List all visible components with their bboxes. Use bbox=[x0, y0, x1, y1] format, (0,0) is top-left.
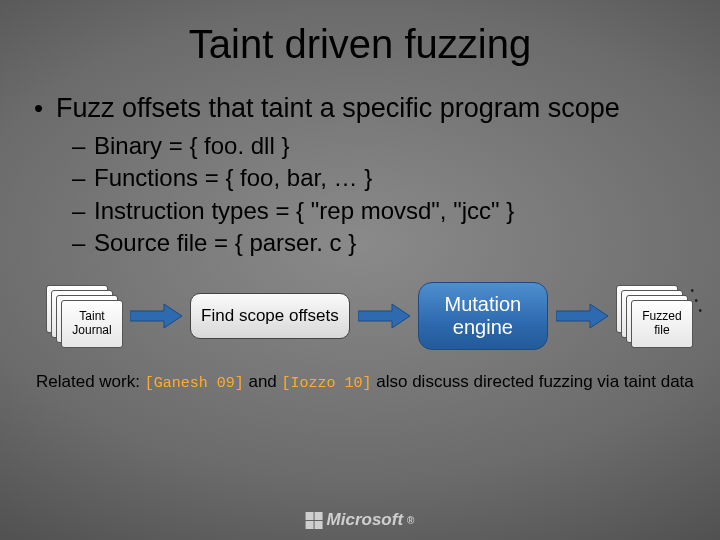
stack-dot: • bbox=[698, 305, 702, 316]
find-scope-offsets-box: Find scope offsets bbox=[190, 293, 350, 339]
related-pre: Related work: bbox=[36, 372, 145, 391]
microsoft-logo: Microsoft® bbox=[306, 510, 415, 530]
slide-title: Taint driven fuzzing bbox=[0, 0, 720, 79]
arrow-icon bbox=[556, 303, 608, 329]
stack-dot: • bbox=[690, 285, 694, 296]
bullet-functions: Functions = { foo, bar, … } bbox=[30, 162, 700, 194]
registered-symbol: ® bbox=[407, 515, 414, 526]
slide-body: Fuzz offsets that taint a specific progr… bbox=[0, 93, 720, 260]
bullet-main: Fuzz offsets that taint a specific progr… bbox=[30, 93, 700, 124]
mutation-line1: Mutation bbox=[437, 293, 529, 316]
citation-iozzo: [Iozzo 10] bbox=[282, 375, 372, 392]
microsoft-logo-icon bbox=[306, 512, 323, 529]
bullet-instruction-types: Instruction types = { "rep movsd", "jcc"… bbox=[30, 195, 700, 227]
related-mid: and bbox=[244, 372, 282, 391]
arrow-icon bbox=[130, 303, 182, 329]
mutation-engine-box: Mutation engine bbox=[418, 282, 548, 350]
bullet-binary: Binary = { foo. dll } bbox=[30, 130, 700, 162]
fuzzed-file-stack: • • • Fuzzed file bbox=[616, 285, 692, 347]
flow-diagram: Taint Journal Find scope offsets Mutatio… bbox=[0, 260, 720, 358]
arrow-icon bbox=[358, 303, 410, 329]
mutation-line2: engine bbox=[437, 316, 529, 339]
stack-card-front: Fuzzed file bbox=[631, 300, 693, 348]
taint-line1: Taint bbox=[79, 310, 104, 323]
microsoft-logo-text: Microsoft bbox=[327, 510, 404, 530]
taint-line2: Journal bbox=[72, 324, 111, 337]
bullet-source-file: Source file = { parser. c } bbox=[30, 227, 700, 259]
citation-ganesh: [Ganesh 09] bbox=[145, 375, 244, 392]
fuzzed-line2: file bbox=[654, 324, 669, 337]
stack-dot: • bbox=[694, 295, 698, 306]
related-post: also discuss directed fuzzing via taint … bbox=[372, 372, 694, 391]
related-work-text: Related work: [Ganesh 09] and [Iozzo 10]… bbox=[0, 358, 720, 392]
stack-card-front: Taint Journal bbox=[61, 300, 123, 348]
taint-journal-stack: Taint Journal bbox=[46, 285, 122, 347]
fuzzed-line1: Fuzzed bbox=[642, 310, 681, 323]
